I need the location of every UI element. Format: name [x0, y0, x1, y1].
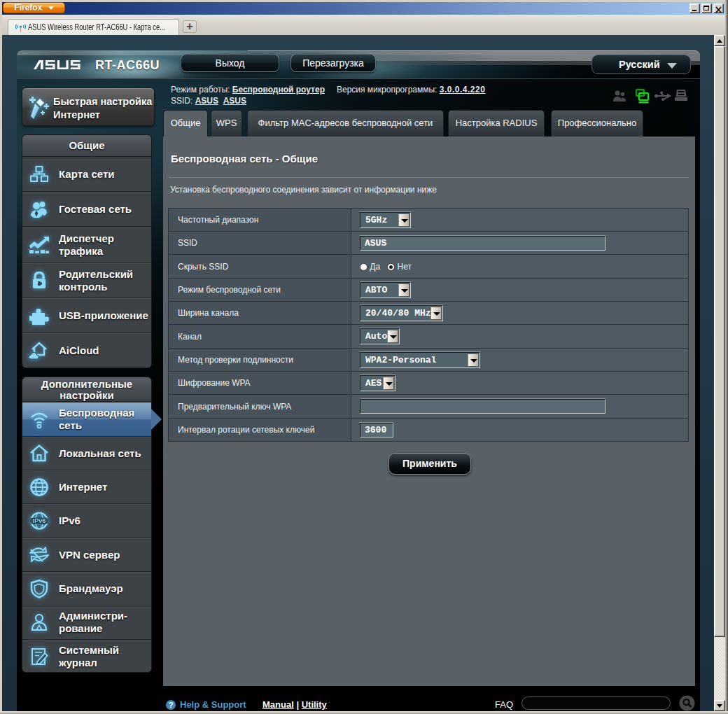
svg-text:IPv6: IPv6 — [33, 517, 46, 524]
svg-text:?: ? — [169, 701, 174, 709]
